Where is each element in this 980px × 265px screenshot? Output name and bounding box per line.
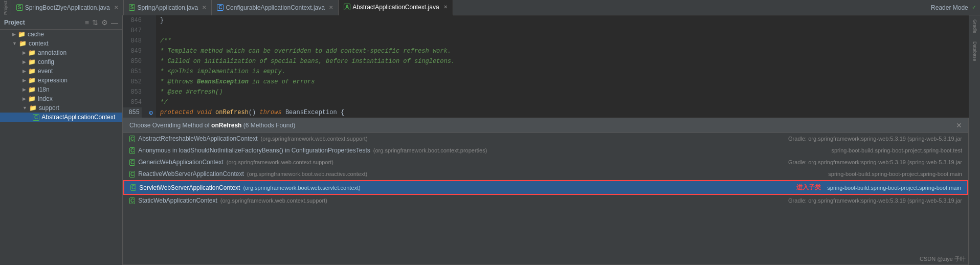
tab4-label: AbstractApplicationContext.java: [352, 4, 439, 11]
tab-bar-actions: Reader Mode ✓: [931, 4, 980, 11]
tree-label-annotation: annotation: [38, 49, 66, 56]
code-view[interactable]: 846 847 848 849 850 851 852 853 854 855: [123, 15, 969, 118]
chooser-item-5-pkg: (org.springframework.web.context.support…: [220, 197, 327, 204]
chooser-item-1[interactable]: C Anonymous in loadShouldNotInitializeFa…: [123, 145, 968, 157]
sidebar-action-minus[interactable]: —: [111, 18, 118, 27]
tree-item-abstractappcontext[interactable]: C AbstractApplicationContext: [0, 113, 122, 122]
chooser-item-4[interactable]: C ServletWebServerApplicationContext (or…: [123, 180, 968, 195]
gradle-strip-label[interactable]: Gradle: [971, 15, 978, 37]
folder-icon-context: 📁: [19, 40, 27, 47]
chevron-support: ▼: [23, 105, 27, 111]
chooser-item-2-right: Gradle: org.springframework:spring-web:5…: [788, 159, 962, 165]
gutter: ⊙: [146, 15, 156, 118]
chooser-item-4-right: spring-boot-build.spring-boot-project.sp…: [827, 185, 961, 191]
tab-configurableappcontext[interactable]: C ConfigurableApplicationContext.java ✕: [212, 0, 339, 15]
tab-bar: Project S SpringBootZiyeApplication.java…: [0, 0, 980, 15]
chevron-expression: ▶: [23, 78, 26, 83]
chooser-item-4-pkg: (org.springframework.boot.web.servlet.co…: [243, 185, 360, 191]
chooser-item-2-left: C GenericWebApplicationContext (org.spri…: [129, 159, 333, 166]
chooser-item-3[interactable]: C ReactiveWebServerApplicationContext (o…: [123, 168, 968, 180]
folder-icon-expression: 📁: [28, 77, 36, 84]
tab-springapplication[interactable]: S SpringApplication.java ✕: [124, 0, 212, 15]
chooser-item-3-pkg: (org.springframework.boot.web.reactive.c…: [247, 171, 367, 177]
tree-item-context[interactable]: ▼ 📁 context: [0, 39, 122, 48]
chooser-panel: Choose Overriding Method of onRefresh (6…: [123, 118, 969, 265]
chooser-title-text: Choose Overriding Method of onRefresh (6…: [129, 122, 295, 129]
tree-label-i18n: i18n: [38, 86, 50, 93]
tab2-close[interactable]: ✕: [202, 5, 206, 10]
chooser-item-5-icon: C: [129, 197, 135, 204]
tab-abstractappcontext[interactable]: A AbstractApplicationContext.java ✕: [339, 0, 453, 15]
chooser-item-2[interactable]: C GenericWebApplicationContext (org.spri…: [123, 157, 968, 168]
tab-springbootziye[interactable]: S SpringBootZiyeApplication.java ✕: [11, 0, 124, 15]
sidebar-header: Project ≡ ⇅ ⚙ —: [0, 15, 122, 30]
tab2-label: SpringApplication.java: [137, 4, 198, 11]
chooser-list: C AbstractRefreshableWebApplicationConte…: [123, 133, 968, 264]
tree-item-expression[interactable]: ▶ 📁 expression: [0, 76, 122, 85]
folder-icon-i18n: 📁: [28, 86, 36, 93]
sidebar-actions: ≡ ⇅ ⚙ —: [85, 18, 118, 27]
chooser-item-1-icon: C: [129, 147, 135, 154]
chooser-item-3-right: spring-boot-build.spring-boot-project.sp…: [828, 171, 962, 177]
chevron-index: ▶: [23, 96, 26, 101]
code-line-849: * Template method which can be overridde…: [160, 46, 965, 56]
chooser-item-1-pkg: (org.springframework.boot.context.proper…: [373, 147, 487, 153]
code-line-853: * @see #refresh(): [160, 87, 965, 97]
project-strip-label[interactable]: Project: [2, 0, 9, 19]
tab4-close[interactable]: ✕: [443, 4, 448, 10]
code-line-848: /**: [160, 36, 965, 46]
tab3-label: ConfigurableApplicationContext.java: [226, 4, 324, 11]
tree-item-support[interactable]: ▼ 📁 support: [0, 103, 122, 113]
code-line-847: [160, 26, 965, 36]
folder-icon-support: 📁: [29, 104, 37, 112]
tab1-close[interactable]: ✕: [114, 5, 118, 10]
folder-icon-index: 📁: [28, 95, 36, 102]
chooser-item-5[interactable]: C StaticWebApplicationContext (org.sprin…: [123, 195, 968, 207]
tab1-label: SpringBootZiyeApplication.java: [25, 4, 110, 11]
tab4-icon: A: [344, 4, 350, 10]
sidebar-action-2[interactable]: ⇅: [92, 18, 98, 27]
tree-item-event[interactable]: ▶ 📁 event: [0, 67, 122, 76]
chooser-item-2-name: GenericWebApplicationContext: [138, 159, 224, 166]
sidebar-action-gear[interactable]: ⚙: [101, 18, 108, 27]
tab3-close[interactable]: ✕: [329, 5, 333, 10]
chevron-annotation: ▶: [23, 50, 26, 55]
tree-item-i18n[interactable]: ▶ 📁 i18n: [0, 85, 122, 94]
chooser-header: Choose Overriding Method of onRefresh (6…: [123, 118, 968, 133]
chooser-item-4-icon: C: [130, 184, 136, 191]
reader-mode-check: ✓: [972, 4, 976, 11]
code-line-854: */: [160, 97, 965, 107]
code-line-852: * @throws BeansException in case of erro…: [160, 77, 965, 87]
sidebar-title: Project: [4, 19, 25, 26]
chevron-context: ▼: [12, 41, 17, 46]
chooser-item-1-right: spring-boot-build.spring-boot-project.sp…: [831, 147, 962, 153]
code-line-855: protected void onRefresh() throws BeansE…: [160, 107, 965, 118]
chooser-item-5-right: Gradle: org.springframework:spring-web:5…: [788, 197, 962, 204]
chevron-event: ▶: [23, 69, 26, 74]
reader-mode-label[interactable]: Reader Mode: [931, 4, 968, 11]
folder-icon-cache: 📁: [18, 31, 26, 38]
code-content[interactable]: } /** * Template method which can be ove…: [156, 15, 969, 118]
chooser-item-4-name: ServletWebServerApplicationContext: [139, 184, 240, 191]
tree-item-index[interactable]: ▶ 📁 index: [0, 94, 122, 103]
database-strip-label[interactable]: Database: [971, 37, 978, 65]
tree-item-cache[interactable]: ▶ 📁 cache: [0, 30, 122, 39]
line-numbers: 846 847 848 849 850 851 852 853 854 855: [123, 15, 146, 118]
tab2-icon: S: [129, 4, 136, 11]
tree-item-annotation[interactable]: ▶ 📁 annotation: [0, 48, 122, 57]
chooser-item-4-left: C ServletWebServerApplicationContext (or…: [130, 184, 361, 191]
chooser-item-0-name: AbstractRefreshableWebApplicationContext: [138, 135, 257, 142]
tree-label-index: index: [38, 95, 53, 102]
chooser-item-3-icon: C: [129, 171, 135, 178]
chooser-item-2-pkg: (org.springframework.web.context.support…: [227, 159, 333, 165]
tab3-icon: C: [217, 4, 224, 11]
chevron-cache: ▶: [12, 32, 16, 37]
chooser-item-4-annotation: 进入子类: [796, 183, 821, 192]
sidebar-action-1[interactable]: ≡: [85, 18, 89, 27]
chooser-item-0[interactable]: C AbstractRefreshableWebApplicationConte…: [123, 133, 968, 145]
tab1-icon: S: [16, 4, 23, 11]
folder-icon-event: 📁: [28, 68, 36, 75]
chooser-close-button[interactable]: ✕: [956, 121, 962, 129]
tree-item-config[interactable]: ▶ 📁 config: [0, 57, 122, 67]
tree-label-config: config: [38, 58, 54, 65]
